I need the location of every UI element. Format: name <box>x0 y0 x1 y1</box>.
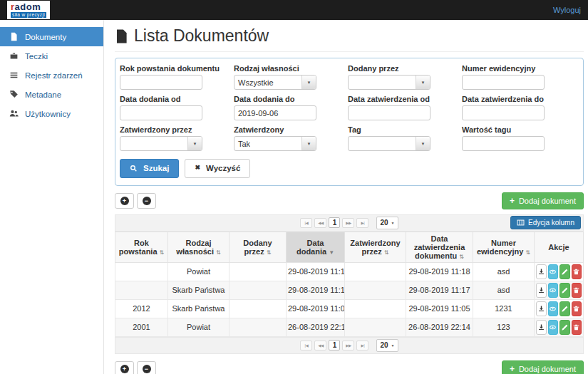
sidebar-item-teczki[interactable]: Teczki <box>0 46 103 66</box>
edit-button[interactable] <box>559 283 570 298</box>
cell-data-dodania: 26-08-2019 22:14 <box>287 318 345 336</box>
sort-icon: ⇅ <box>267 249 272 256</box>
pager-first-button[interactable]: |◀ <box>300 341 312 350</box>
expand-all-button-bottom[interactable]: + <box>115 361 134 374</box>
tag-icon <box>9 90 19 99</box>
cell-akcje <box>535 262 584 281</box>
toolbar-top: + − + Dodaj dokument <box>115 192 584 209</box>
column-header-numer-ewidencyjny[interactable]: Numer ewidencyjny⇅ <box>473 232 535 262</box>
cell-rodzaj: Skarb Państwa <box>168 299 229 318</box>
logout-link[interactable]: Wyloguj <box>553 6 581 14</box>
view-button[interactable] <box>548 320 559 335</box>
pager-page-1[interactable]: 1 <box>329 217 340 228</box>
sort-icon: ⇅ <box>384 249 389 256</box>
cell-numer: 1231 <box>473 299 535 318</box>
pager-next-button[interactable]: ▶▶ <box>342 341 354 350</box>
view-button[interactable] <box>548 264 559 279</box>
add-document-button-top[interactable]: + Dodaj dokument <box>502 192 584 209</box>
column-header-data-dodania[interactable]: Data dodania▼ <box>287 232 345 262</box>
edit-button[interactable] <box>559 320 570 335</box>
pager-page-1[interactable]: 1 <box>329 340 340 350</box>
cell-rok: 2012 <box>115 299 168 318</box>
field-label: Zatwierdzony <box>234 125 348 134</box>
data-zatwierdzenia-od-input[interactable] <box>348 105 430 120</box>
field-label: Zatwierdzony przez <box>120 125 234 134</box>
pager-first-button[interactable]: |◀ <box>300 218 312 228</box>
column-header-rodzaj-wlasnosci[interactable]: Rodzaj własności⇅ <box>168 232 229 262</box>
expand-all-button[interactable]: + <box>115 193 134 209</box>
field-label: Rok powstania dokumentu <box>120 64 234 73</box>
cell-rok <box>115 281 168 299</box>
rodzaj-wlasnosci-select[interactable]: Wszystkie ▼ <box>234 75 316 90</box>
data-zatwierdzenia-do-input[interactable] <box>462 105 545 120</box>
sidebar-item-rejestr-zdarzen[interactable]: Rejestr zdarzeń <box>0 66 103 85</box>
clear-button[interactable]: ✖ Wyczyść <box>185 159 250 178</box>
field-label: Data dodania od <box>120 95 234 103</box>
pager-next-button[interactable]: ▶▶ <box>342 218 354 228</box>
page-title: Lista Dokumentów <box>115 23 584 52</box>
pager-last-button[interactable]: ▶| <box>356 218 368 228</box>
data-dodania-do-input[interactable] <box>234 105 316 120</box>
app-logo[interactable]: radom siła w precyzji <box>7 1 50 20</box>
table-row: Skarb Państwa 29-08-2019 11:16 29-08-201… <box>115 281 584 299</box>
page-size-select[interactable]: 20 ▼ <box>376 339 398 352</box>
page-size-select[interactable]: 20 ▼ <box>376 217 398 229</box>
wartosc-tagu-input[interactable] <box>462 136 545 151</box>
zatwierdzony-select[interactable]: Tak ▼ <box>234 136 316 151</box>
view-button[interactable] <box>548 283 559 298</box>
sort-icon: ⇅ <box>216 249 221 256</box>
pager-prev-button[interactable]: ◀◀ <box>314 341 326 350</box>
logo-tagline: siła w precyzji <box>11 12 46 19</box>
chevron-down-icon: ▼ <box>301 76 316 89</box>
delete-button[interactable] <box>572 301 582 316</box>
cell-data-zatw: 29-08-2019 11:18 <box>406 262 473 281</box>
filter-data-dodania-do: Data dodania do <box>234 95 348 120</box>
edit-button[interactable] <box>559 301 570 316</box>
collapse-all-button[interactable]: − <box>137 193 156 209</box>
sidebar-item-uzytkownicy[interactable]: Użytkownicy <box>0 104 103 123</box>
dodany-przez-select[interactable]: ▼ <box>348 75 430 90</box>
view-button[interactable] <box>548 301 559 316</box>
delete-button[interactable] <box>572 320 582 335</box>
tag-select[interactable]: ▼ <box>348 136 430 151</box>
data-dodania-od-input[interactable] <box>120 105 202 120</box>
cell-zatw-przez <box>345 262 406 281</box>
column-header-zatwierdzony-przez[interactable]: Zatwierdzony przez⇅ <box>345 232 406 262</box>
table-row: Powiat 29-08-2019 11:18 29-08-2019 11:18… <box>115 262 584 281</box>
filter-data-dodania-od: Data dodania od <box>120 95 234 120</box>
add-document-button-bottom[interactable]: + Dodaj dokument <box>502 360 584 374</box>
column-header-dodany-przez[interactable]: Dodany przez⇅ <box>229 232 287 262</box>
download-button[interactable] <box>536 320 547 335</box>
edit-button[interactable] <box>559 264 570 279</box>
zatwierdzony-przez-select[interactable]: ▼ <box>120 136 202 151</box>
rok-powstania-input[interactable] <box>120 75 202 90</box>
cell-akcje <box>535 299 584 318</box>
column-header-data-zatwierdzenia[interactable]: Data zatwierdzenia dokumentu⇅ <box>406 232 473 262</box>
sidebar-item-label: Metadane <box>25 90 61 99</box>
download-button[interactable] <box>536 264 547 279</box>
collapse-all-button-bottom[interactable]: − <box>137 361 156 374</box>
table-row: 2012 Skarb Państwa 29-08-2019 11:05 29-0… <box>115 299 584 318</box>
download-button[interactable] <box>536 301 547 316</box>
sort-icon: ⇅ <box>525 249 530 256</box>
cell-akcje <box>535 318 584 336</box>
delete-button[interactable] <box>572 264 582 279</box>
delete-button[interactable] <box>572 283 582 298</box>
chevron-down-icon: ▼ <box>391 343 395 348</box>
edit-columns-button[interactable]: Edycja kolumn <box>510 216 581 229</box>
pager-last-button[interactable]: ▶| <box>356 341 368 350</box>
numer-ewidencyjny-input[interactable] <box>462 75 545 90</box>
page-size-value: 20 <box>380 341 388 349</box>
filter-numer-ewidencyjny: Numer ewidencyjny <box>462 64 576 90</box>
sidebar-item-dokumenty[interactable]: Dokumenty <box>0 27 103 46</box>
chevron-down-icon: ▼ <box>416 76 430 89</box>
sidebar-item-metadane[interactable]: Metadane <box>0 85 103 104</box>
cell-rodzaj: Powiat <box>168 262 229 281</box>
search-button[interactable]: Szukaj <box>120 159 179 178</box>
select-value: Tak <box>234 140 250 148</box>
download-button[interactable] <box>536 283 547 298</box>
pager-prev-button[interactable]: ◀◀ <box>314 218 326 228</box>
column-header-akcje: Akcje <box>535 232 584 262</box>
columns-icon <box>517 219 525 227</box>
column-header-rok-powstania[interactable]: Rok powstania⇅ <box>115 232 168 262</box>
